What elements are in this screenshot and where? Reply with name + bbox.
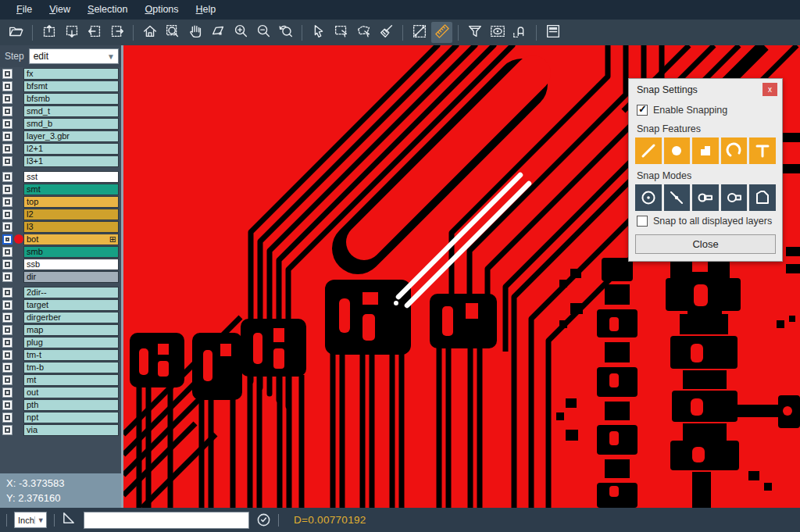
dialog-titlebar[interactable]: Snap Settings x xyxy=(629,79,782,100)
layer-manager-button[interactable] xyxy=(542,22,563,43)
pan-up-button[interactable] xyxy=(38,22,59,43)
layer-label[interactable]: smd_b xyxy=(23,118,119,130)
layer-label[interactable]: tm-t xyxy=(23,349,119,361)
zoom-in-button[interactable] xyxy=(230,22,251,43)
layer-label[interactable]: pth xyxy=(23,399,119,411)
layer-label[interactable]: out xyxy=(23,387,119,398)
layer-label[interactable]: l2+1 xyxy=(23,143,119,155)
layer-label[interactable]: mt xyxy=(23,374,119,386)
dialog-close-button[interactable]: Close xyxy=(635,234,776,254)
layer-checkbox[interactable] xyxy=(2,325,12,335)
enable-snapping-checkbox[interactable] xyxy=(637,105,648,116)
layer-label[interactable]: npt xyxy=(23,412,119,423)
layer-checkbox[interactable] xyxy=(2,209,12,220)
layer-checkbox[interactable] xyxy=(2,259,12,270)
menu-view[interactable]: View xyxy=(41,0,79,20)
measure-line-button[interactable] xyxy=(409,22,430,43)
layer-label[interactable]: bfsmt xyxy=(23,80,119,92)
snap-mode-corner-button[interactable] xyxy=(749,184,776,211)
layer-label[interactable]: smd_t xyxy=(23,105,119,117)
pan-hand-button[interactable] xyxy=(184,22,205,43)
layer-label[interactable]: dirgerber xyxy=(23,312,119,323)
layer-checkbox[interactable] xyxy=(2,131,12,141)
layer-checkbox[interactable] xyxy=(2,197,12,207)
sync-check-icon[interactable] xyxy=(256,512,271,527)
filter-button[interactable] xyxy=(464,22,485,43)
measure-input[interactable] xyxy=(84,512,249,529)
layer-label[interactable]: l3+1 xyxy=(23,155,119,167)
layer-label[interactable]: 2dir-- xyxy=(23,287,119,298)
snap-mode-online-button[interactable] xyxy=(664,184,691,211)
layer-checkbox[interactable] xyxy=(2,350,12,360)
snap-mode-center-button[interactable] xyxy=(635,184,662,211)
layer-checkbox[interactable] xyxy=(2,119,12,129)
layer-label[interactable]: sst xyxy=(23,171,119,183)
snap-settings-button[interactable] xyxy=(509,22,530,43)
zoom-previous-button[interactable] xyxy=(275,22,296,43)
snap-feature-pad-button[interactable] xyxy=(664,137,691,164)
layer-label[interactable]: bfsmb xyxy=(23,93,119,105)
layer-label[interactable]: target xyxy=(23,299,119,311)
layer-label[interactable]: dir xyxy=(23,271,119,283)
layer-checkbox[interactable] xyxy=(2,337,12,348)
layer-label[interactable]: tm-b xyxy=(23,362,119,373)
visibility-button[interactable] xyxy=(487,22,508,43)
layer-checkbox[interactable] xyxy=(2,172,12,182)
select-arrow-button[interactable] xyxy=(308,22,329,43)
layer-checkbox[interactable] xyxy=(2,69,12,79)
snap-mode-keyhole-button[interactable] xyxy=(721,184,748,211)
zoom-region-button[interactable] xyxy=(162,22,183,43)
layer-checkbox[interactable] xyxy=(2,81,12,91)
layer-checkbox[interactable] xyxy=(2,412,12,423)
layer-checkbox[interactable] xyxy=(2,375,12,385)
clean-brush-button[interactable] xyxy=(376,22,397,43)
menu-file[interactable]: File xyxy=(8,0,41,20)
zoom-selection-button[interactable] xyxy=(207,22,228,43)
layer-checkbox[interactable] xyxy=(2,272,12,282)
layer-label[interactable]: top xyxy=(23,196,119,208)
layer-checkbox[interactable] xyxy=(2,222,12,232)
dialog-close-icon[interactable]: x xyxy=(762,83,777,96)
layer-label[interactable]: plug xyxy=(23,337,119,348)
snap-mode-slot-button[interactable] xyxy=(692,184,719,211)
select-rect-button[interactable] xyxy=(330,22,352,43)
menu-help[interactable]: Help xyxy=(188,0,225,20)
units-select[interactable]: Inch ▼ xyxy=(14,512,47,528)
step-select[interactable]: edit ▼ xyxy=(29,48,119,64)
menu-selection[interactable]: Selection xyxy=(79,0,136,20)
layer-label[interactable]: fx xyxy=(23,68,119,80)
layer-label[interactable]: layer_3.gbr xyxy=(23,130,119,142)
layer-checkbox[interactable] xyxy=(2,425,12,435)
select-polygon-button[interactable] xyxy=(353,22,374,43)
menu-options[interactable]: Options xyxy=(136,0,187,20)
layer-label[interactable]: map xyxy=(23,324,119,336)
snap-feature-surface-button[interactable] xyxy=(692,137,719,164)
layer-checkbox[interactable] xyxy=(2,247,12,257)
layer-label[interactable]: smb xyxy=(23,246,119,258)
angle-tool-icon[interactable] xyxy=(62,511,77,529)
layer-label[interactable]: l2 xyxy=(23,209,119,220)
ruler-tool-button[interactable] xyxy=(431,22,452,43)
zoom-out-button[interactable] xyxy=(252,22,273,43)
layer-label[interactable]: bot⊞ xyxy=(23,234,119,245)
layer-checkbox[interactable] xyxy=(2,184,12,195)
pan-right-button[interactable] xyxy=(106,22,127,43)
layer-checkbox[interactable] xyxy=(2,106,12,116)
snap-feature-line-button[interactable] xyxy=(635,137,662,164)
layer-label[interactable]: smt xyxy=(23,184,119,195)
layer-checkbox[interactable] xyxy=(2,287,12,298)
layer-checkbox[interactable] xyxy=(2,362,12,373)
layer-checkbox[interactable] xyxy=(2,400,12,410)
snap-feature-arc-button[interactable] xyxy=(721,137,748,164)
pcb-canvas[interactable]: Snap Settings x Enable Snapping Snap Fea… xyxy=(123,45,800,508)
layer-checkbox[interactable] xyxy=(2,234,12,245)
pan-left-button[interactable] xyxy=(84,22,105,43)
pan-down-button[interactable] xyxy=(61,22,82,43)
layer-label[interactable]: via xyxy=(23,424,119,436)
layer-label[interactable]: l3 xyxy=(23,221,119,233)
layer-checkbox[interactable] xyxy=(2,156,12,166)
open-file-button[interactable] xyxy=(5,22,27,43)
layer-label[interactable]: ssb xyxy=(23,259,119,270)
home-view-button[interactable] xyxy=(139,22,160,43)
snap-feature-text-button[interactable] xyxy=(749,137,776,164)
